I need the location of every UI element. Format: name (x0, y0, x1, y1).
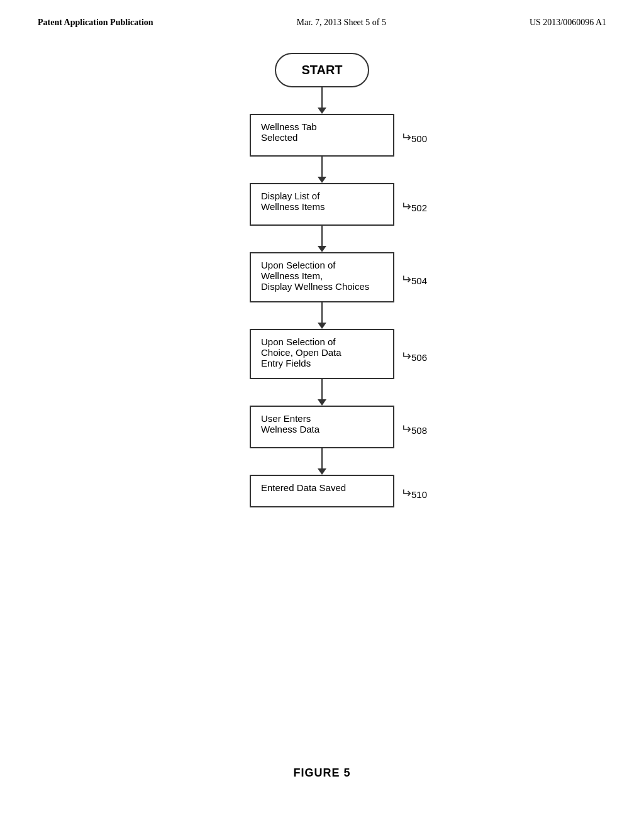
arrow-5 (0, 379, 644, 406)
flowchart: START Wellness Tab Selected ↵ 500 (0, 47, 644, 507)
step-500-hook: ↵ (401, 131, 411, 143)
step-506-number: 506 (411, 350, 427, 363)
step-500-box: Wellness Tab Selected (250, 114, 394, 157)
step-502-box: Display List of Wellness Items (250, 183, 394, 226)
step-508-hook: ↵ (401, 423, 411, 435)
step-508-row: User Enters Welness Data ↵ 508 (193, 406, 451, 448)
header-right: US 2013/0060096 A1 (530, 18, 606, 28)
step-510-line1: Entered Data Saved (261, 482, 346, 493)
step-504-hook: ↵ (401, 273, 411, 285)
step-502-label: ↵ 502 (394, 196, 451, 213)
step-502-line2: Wellness Items (261, 201, 325, 212)
step-506-label: ↵ 506 (394, 346, 451, 363)
step-506-hook: ↵ (401, 350, 411, 362)
header-left: Patent Application Publication (38, 18, 153, 28)
step-500-line2: Selected (261, 132, 317, 143)
step-506-line1: Upon Selection of (261, 336, 341, 347)
start-node: START (275, 53, 369, 87)
header-center: Mar. 7, 2013 Sheet 5 of 5 (297, 18, 386, 28)
step-502-hook: ↵ (401, 200, 411, 213)
step-506-row: Upon Selection of Choice, Open Data Entr… (193, 329, 451, 379)
step-508-line2: Welness Data (261, 424, 319, 434)
step-504-number: 504 (411, 273, 427, 286)
page-header: Patent Application Publication Mar. 7, 2… (0, 0, 644, 28)
step-510-hook: ↵ (401, 487, 411, 499)
step-510-box: Entered Data Saved (250, 475, 394, 507)
step-504-row: Upon Selection of Wellness Item, Display… (193, 252, 451, 302)
step-500-label: ↵ 500 (394, 127, 451, 144)
arrow-2 (0, 157, 644, 183)
step-506-line2: Choice, Open Data (261, 347, 341, 358)
step-510-row: Entered Data Saved ↵ 510 (193, 475, 451, 507)
step-508-line1: User Enters (261, 413, 319, 424)
step-506-box: Upon Selection of Choice, Open Data Entr… (250, 329, 394, 379)
step-502-row: Display List of Wellness Items ↵ 502 (193, 183, 451, 226)
figure-label: FIGURE 5 (293, 766, 350, 780)
arrow-1 (0, 87, 644, 114)
step-504-line2: Wellness Item, (261, 270, 369, 281)
step-508-number: 508 (411, 423, 427, 436)
step-502-number: 502 (411, 200, 427, 213)
step-506-line3: Entry Fields (261, 358, 341, 368)
step-504-line3: Display Wellness Choices (261, 281, 369, 292)
step-500-line1: Wellness Tab (261, 121, 317, 132)
step-504-label: ↵ 504 (394, 269, 451, 286)
step-504-box: Upon Selection of Wellness Item, Display… (250, 252, 394, 302)
step-500-row: Wellness Tab Selected ↵ 500 (193, 114, 451, 157)
step-500-number: 500 (411, 131, 427, 144)
step-508-box: User Enters Welness Data (250, 406, 394, 448)
arrow-4 (0, 302, 644, 329)
start-node-row: START (218, 53, 425, 87)
step-502-line1: Display List of (261, 191, 325, 201)
arrow-3 (0, 226, 644, 252)
arrow-6 (0, 448, 644, 475)
step-510-label: ↵ 510 (394, 483, 451, 500)
step-510-number: 510 (411, 487, 427, 500)
step-504-line1: Upon Selection of (261, 260, 369, 270)
step-508-label: ↵ 508 (394, 419, 451, 436)
